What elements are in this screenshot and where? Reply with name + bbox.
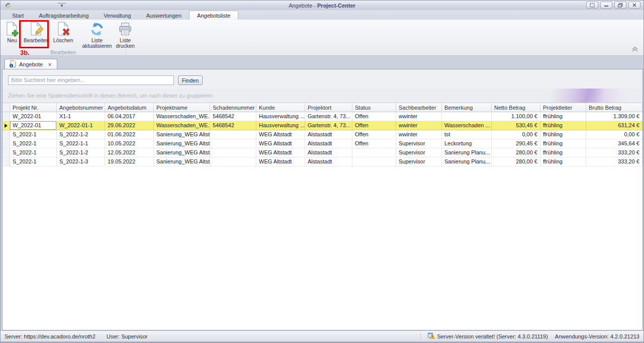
grid-cell[interactable]: Sanierung_WEG Altst...: [154, 139, 210, 148]
grid-cell[interactable]: Sanierung Planu...: [442, 148, 492, 157]
grid-cell[interactable]: ffrühling: [540, 148, 586, 157]
grid-row[interactable]: S_2022-1S_2022-1-319.05.2022Sanierung_WE…: [3, 157, 642, 166]
grid-cell[interactable]: 631,24 €: [586, 121, 642, 130]
restore-button[interactable]: [614, 2, 626, 9]
grid-cell[interactable]: 0,00 €: [492, 130, 540, 139]
grid-cell[interactable]: 29.06.2022: [105, 121, 154, 130]
grid-cell[interactable]: Offen: [352, 121, 396, 130]
grid-cell[interactable]: ffrühling: [540, 112, 586, 121]
grid-cell[interactable]: Sanierung_WEG Altst...: [154, 130, 210, 139]
search-input[interactable]: [8, 75, 174, 85]
column-header-kunde[interactable]: Kunde: [256, 103, 305, 112]
grid-cell[interactable]: Sanierung_WEG Altst...: [154, 157, 210, 166]
grid-cell[interactable]: wwinter: [396, 130, 442, 139]
grid-cell[interactable]: W_2022-01: [10, 112, 57, 121]
grid-cell[interactable]: S_2022-1: [10, 148, 57, 157]
grid-cell[interactable]: wwinter: [396, 121, 442, 130]
grid-cell[interactable]: S_2022-1-2: [57, 148, 105, 157]
grid-cell[interactable]: WEG Altstadt: [256, 130, 305, 139]
grid-cell[interactable]: 345,64 €: [586, 139, 642, 148]
loeschen-button[interactable]: Löschen: [51, 20, 75, 44]
grid-cell[interactable]: Alstastadt: [305, 139, 352, 148]
ribbon-tab-verwaltung[interactable]: Verwaltung: [96, 11, 138, 20]
grid-row[interactable]: S_2022-1S_2022-1-201.06.2022Sanierung_WE…: [3, 130, 642, 139]
grid-cell[interactable]: 5468542: [210, 121, 256, 130]
grid-cell[interactable]: [352, 148, 396, 157]
grid-cell[interactable]: Offen: [352, 112, 396, 121]
grid-cell[interactable]: S_2022-1: [10, 130, 57, 139]
grid-cell[interactable]: S_2022-1-3: [57, 157, 105, 166]
grid-cell[interactable]: Sanierung_WEG Altst...: [154, 148, 210, 157]
quick-access-dropdown-icon[interactable]: ▼: [58, 3, 66, 8]
tab-angebote[interactable]: Angebote ✕: [5, 59, 57, 69]
grid-cell[interactable]: Offen: [352, 130, 396, 139]
grid-cell[interactable]: 280,00 €: [492, 157, 540, 166]
grid-cell[interactable]: [352, 157, 396, 166]
grid-row[interactable]: W_2022-01W_2022-01-129.06.2022Wasserscha…: [3, 121, 642, 130]
bearbeiten-button[interactable]: Bearbeiten: [22, 20, 51, 44]
grid-cell[interactable]: Sanierung Planu...: [442, 157, 492, 166]
liste-drucken-button[interactable]: Liste drucken: [114, 20, 136, 49]
liste-aktualisieren-button[interactable]: Liste aktualisieren: [80, 20, 114, 49]
grid-cell[interactable]: Alstastadt: [305, 148, 352, 157]
tab-close-icon[interactable]: ✕: [48, 62, 52, 67]
grid-cell[interactable]: Hausverwaltung ...: [256, 112, 305, 121]
grid-cell[interactable]: [210, 157, 256, 166]
grid-cell[interactable]: WEG Altstadt: [256, 148, 305, 157]
grid-cell[interactable]: X1-1: [57, 112, 105, 121]
group-by-panel[interactable]: Ziehen Sie eine Spaltenüberschrift in di…: [3, 89, 642, 103]
grid-cell[interactable]: 01.06.2022: [105, 130, 154, 139]
grid-cell[interactable]: Supervisor: [396, 139, 442, 148]
column-header-angebotsnummer[interactable]: Angebotsnummer: [57, 103, 105, 112]
grid-cell[interactable]: 5468542: [210, 112, 256, 121]
column-header-netto-betrag[interactable]: Netto Betrag: [492, 103, 540, 112]
column-header-projektname[interactable]: Projektname: [154, 103, 210, 112]
grid-cell[interactable]: ffrühling: [540, 157, 586, 166]
column-header-schadennummer[interactable]: Schadennummer: [210, 103, 256, 112]
grid-cell[interactable]: Supervisor: [396, 157, 442, 166]
grid-cell[interactable]: 06.04.2017: [105, 112, 154, 121]
grid-cell[interactable]: 0,00 €: [586, 130, 642, 139]
grid-cell[interactable]: S_2022-1: [10, 157, 57, 166]
find-button[interactable]: Finden: [178, 75, 203, 85]
grid-cell[interactable]: Offen: [352, 139, 396, 148]
grid-row[interactable]: W_2022-01X1-106.04.2017Wasserschaden_WE.…: [3, 112, 642, 121]
ribbon-tab-auswertungen[interactable]: Auswertungen: [139, 11, 189, 20]
grid-cell[interactable]: Supervisor: [396, 148, 442, 157]
grid-cell[interactable]: 19.05.2022: [105, 157, 154, 166]
grid-cell[interactable]: Wasserschaden ...: [442, 121, 492, 130]
ribbon-tab-auftragsbearbeitung[interactable]: Auftragsbearbeitung: [31, 11, 96, 20]
grid-cell[interactable]: 530,45 €: [492, 121, 540, 130]
ribbon-tab-start[interactable]: Start: [5, 11, 31, 20]
neu-button[interactable]: Neu: [3, 20, 22, 44]
ribbon-tab-angebotsliste[interactable]: Angebotsliste: [189, 11, 238, 20]
grid-cell[interactable]: [210, 148, 256, 157]
grid-cell[interactable]: 333,20 €: [586, 157, 642, 166]
grid-cell[interactable]: 280,00 €: [492, 148, 540, 157]
grid-cell[interactable]: Wasserschaden_WE...: [154, 112, 210, 121]
grid-cell[interactable]: 12.05.2022: [105, 148, 154, 157]
close-button[interactable]: [628, 2, 640, 9]
column-header-projektort[interactable]: Projektort: [305, 103, 352, 112]
grid-cell[interactable]: S_2022-1-2: [57, 130, 105, 139]
grid-cell[interactable]: ffrühling: [540, 130, 586, 139]
grid-cell[interactable]: S_2022-1-1: [57, 139, 105, 148]
grid-cell[interactable]: Hausverwaltung ...: [256, 121, 305, 130]
grid-cell[interactable]: [210, 130, 256, 139]
column-header-status[interactable]: Status: [352, 103, 396, 112]
grid-cell[interactable]: [442, 112, 492, 121]
grid-cell[interactable]: WEG Altstadt: [256, 157, 305, 166]
column-header-bemerkung[interactable]: Bemerkung: [442, 103, 492, 112]
grid-row[interactable]: S_2022-1S_2022-1-110.05.2022Sanierung_WE…: [3, 139, 642, 148]
column-header-projekt-nr-[interactable]: Projekt Nr.: [10, 103, 57, 112]
grid-cell[interactable]: 333,20 €: [586, 148, 642, 157]
column-header-angebotsdatum[interactable]: Angebotsdatum: [105, 103, 154, 112]
grid-cell[interactable]: Alstastadt: [305, 157, 352, 166]
grid-cell[interactable]: Gartenstr. 4, 73...: [305, 121, 352, 130]
grid-cell[interactable]: S_2022-1: [10, 139, 57, 148]
grid-cell[interactable]: [210, 139, 256, 148]
grid-cell[interactable]: WEG Altstadt: [256, 139, 305, 148]
grid-cell[interactable]: tst: [442, 130, 492, 139]
grid-cell[interactable]: wwinter: [396, 112, 442, 121]
column-header-projektleiter[interactable]: Projektleiter: [540, 103, 586, 112]
